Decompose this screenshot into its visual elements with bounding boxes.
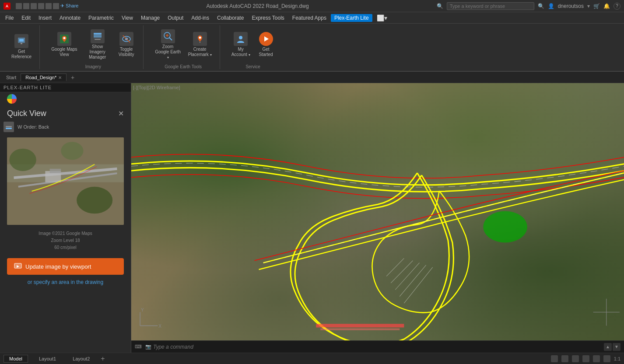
quick-view-close-button[interactable]: ✕ bbox=[118, 109, 124, 118]
svg-rect-8 bbox=[95, 39, 101, 40]
search-submit-icon[interactable]: 🔍 bbox=[538, 3, 544, 9]
redo-icon[interactable] bbox=[53, 3, 59, 9]
menu-manage[interactable]: Manage bbox=[137, 14, 163, 22]
placemark-dropdown-arrow: ▾ bbox=[210, 53, 212, 57]
svg-rect-20 bbox=[6, 128, 12, 129]
svg-marker-19 bbox=[264, 36, 269, 42]
status-scale: 1:1 bbox=[614, 356, 620, 361]
status-grid-icon[interactable] bbox=[561, 355, 568, 362]
help-icon[interactable]: ? bbox=[613, 3, 620, 10]
account-svg bbox=[236, 34, 245, 44]
notify-icon[interactable]: 🔔 bbox=[603, 3, 610, 9]
road-design-tab[interactable]: Road_Design* ✕ bbox=[21, 74, 67, 81]
svg-point-25 bbox=[9, 149, 36, 171]
update-icon bbox=[14, 262, 22, 270]
menu-addins[interactable]: Add-ins bbox=[188, 14, 213, 22]
ribbon: GetReference bbox=[0, 24, 624, 72]
ribbon-group-earth: ZoomGoogle Earth ▾ CreatePlacemark ▾ bbox=[147, 25, 220, 69]
menu-plexearth[interactable]: Plex-Earth Lite bbox=[331, 14, 372, 22]
toggle-visibility-button[interactable]: ToggleVisibility bbox=[115, 30, 138, 59]
title-bar: A ✈ Share Autodesk AutoCAD 2022 Road_Des… bbox=[0, 0, 624, 12]
status-ortho-icon[interactable] bbox=[572, 355, 579, 362]
search-icon: 🔍 bbox=[437, 3, 443, 9]
menu-parametric[interactable]: Parametric bbox=[85, 14, 117, 22]
svg-rect-6 bbox=[94, 33, 102, 35]
menu-view[interactable]: View bbox=[118, 14, 137, 22]
menu-featured[interactable]: Featured Apps bbox=[289, 14, 330, 22]
imagery-manager-icon bbox=[91, 29, 105, 43]
get-started-button[interactable]: GetStarted bbox=[255, 30, 277, 59]
specify-area-link[interactable]: or specify an area in the drawing bbox=[0, 277, 131, 287]
save-icon[interactable] bbox=[31, 3, 37, 9]
service-group-label: Service bbox=[245, 64, 260, 69]
menu-file[interactable]: File bbox=[2, 14, 17, 22]
get-started-label: GetStarted bbox=[259, 47, 273, 57]
menu-bar: File Edit Insert Annotate Parametric Vie… bbox=[0, 12, 624, 24]
account-dropdown-arrow: ▾ bbox=[249, 53, 250, 57]
draw-order-row: W Order: Back bbox=[0, 120, 131, 134]
menu-edit[interactable]: Edit bbox=[18, 14, 34, 22]
placemark-icon bbox=[193, 32, 207, 46]
earth-group-label: Google Earth Tools bbox=[165, 64, 202, 69]
my-account-button[interactable]: MyAccount ▾ bbox=[229, 30, 253, 59]
quick-view-header: Quick View ✕ bbox=[0, 105, 131, 120]
title-bar-right: 🔍 🔍 👤 dneroutsos ▾ 🛒 🔔 ? bbox=[437, 2, 620, 10]
update-image-button[interactable]: Update image by viewport bbox=[7, 258, 124, 275]
menu-insert[interactable]: Insert bbox=[35, 14, 55, 22]
google-maps-view-button[interactable]: Google MapsView bbox=[49, 30, 80, 59]
account-icon bbox=[234, 32, 248, 46]
layout2-tab[interactable]: Layout2 bbox=[67, 355, 95, 363]
image-preview bbox=[7, 137, 124, 225]
cmd-scroll-down[interactable]: ▼ bbox=[613, 343, 620, 351]
user-dropdown-icon[interactable]: ▾ bbox=[587, 3, 590, 9]
panel-header-text: PLEX-EARTH LITE bbox=[4, 85, 52, 90]
menu-express[interactable]: Express Tools bbox=[248, 14, 287, 22]
zoom-google-earth-button[interactable]: ZoomGoogle Earth ▾ bbox=[152, 28, 184, 62]
menu-extra[interactable]: ⬜▾ bbox=[373, 14, 391, 22]
menu-annotate[interactable]: Annotate bbox=[56, 14, 84, 22]
open-icon[interactable] bbox=[23, 3, 29, 9]
status-osnap-icon[interactable] bbox=[593, 355, 600, 362]
cmd-scroll-up[interactable]: ▲ bbox=[604, 343, 612, 351]
status-polar-icon[interactable] bbox=[582, 355, 589, 362]
add-tab-button[interactable]: + bbox=[68, 73, 77, 82]
undo-icon[interactable] bbox=[46, 3, 52, 9]
placemark-svg bbox=[195, 34, 205, 44]
cad-viewport: [-][Top][2D Wireframe] bbox=[131, 83, 624, 353]
command-input[interactable] bbox=[153, 344, 603, 350]
svg-point-26 bbox=[77, 187, 112, 214]
create-placemark-button[interactable]: CreatePlacemark ▾ bbox=[186, 30, 214, 59]
draw-order-value: Back bbox=[39, 124, 49, 130]
add-layout-button[interactable]: + bbox=[101, 355, 105, 363]
title-search-input[interactable] bbox=[447, 2, 534, 10]
play-svg bbox=[263, 35, 270, 42]
plot-icon[interactable] bbox=[38, 3, 44, 9]
layout2-tab-label: Layout2 bbox=[73, 356, 90, 361]
layout1-tab[interactable]: Layout1 bbox=[33, 355, 62, 363]
status-snap-icon[interactable] bbox=[551, 355, 558, 362]
maps-svg bbox=[60, 34, 69, 44]
show-imagery-manager-button[interactable]: Show ImageryManager bbox=[82, 28, 113, 62]
ribbon-group-service: MyAccount ▾ GetStarted Service bbox=[224, 25, 283, 69]
status-annotate-icon[interactable] bbox=[603, 355, 610, 362]
menu-output[interactable]: Output bbox=[164, 14, 187, 22]
menu-collaborate[interactable]: Collaborate bbox=[214, 14, 247, 22]
earth-buttons: ZoomGoogle Earth ▾ CreatePlacemark ▾ bbox=[152, 25, 214, 63]
share-icon[interactable]: ✈ Share bbox=[60, 3, 78, 9]
cart-icon[interactable]: 🛒 bbox=[593, 3, 600, 9]
svg-rect-21 bbox=[6, 126, 12, 127]
title-text: Autodesk AutoCAD 2022 Road_Design.dwg bbox=[206, 3, 308, 9]
get-reference-button[interactable]: GetReference bbox=[9, 32, 34, 61]
username[interactable]: dneroutsos bbox=[558, 3, 584, 9]
title-bar-left: A ✈ Share bbox=[4, 3, 78, 10]
zoom-dropdown-arrow: ▾ bbox=[167, 56, 169, 60]
toolbar-icons: ✈ Share bbox=[16, 3, 78, 9]
new-icon[interactable] bbox=[16, 3, 22, 9]
command-line-area: ⌨ 📷 ▲ ▼ bbox=[131, 340, 624, 353]
model-tab[interactable]: Model bbox=[4, 355, 28, 363]
svg-rect-29 bbox=[50, 169, 61, 173]
start-tab[interactable]: Start bbox=[2, 74, 21, 81]
toggle-visibility-icon bbox=[119, 32, 133, 46]
ribbon-content: GetReference bbox=[0, 24, 624, 71]
road-design-close[interactable]: ✕ bbox=[58, 75, 62, 80]
